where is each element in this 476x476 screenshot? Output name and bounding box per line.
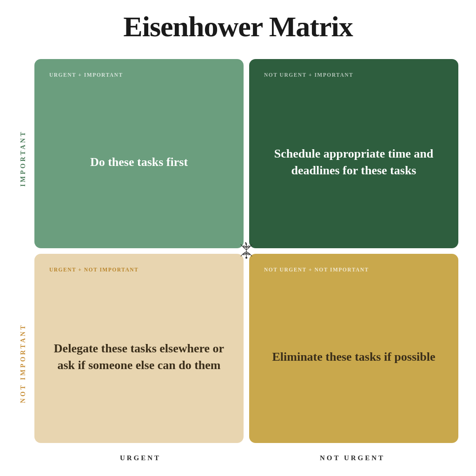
- matrix-grid: URGENT + IMPORTANT Do these tasks first …: [32, 56, 461, 446]
- quadrant-urgent-not-important: URGENT + NOT IMPORTANT Delegate these ta…: [34, 254, 244, 443]
- x-label-not-urgent: NOT URGENT: [246, 450, 458, 466]
- x-label-urgent: URGENT: [34, 450, 246, 466]
- not-important-label-area: NOT IMPORTANT: [15, 261, 32, 466]
- q1-text: Do these tasks first: [49, 89, 229, 235]
- q3-text: Delegate these tasks elsewhere or ask if…: [49, 284, 229, 430]
- q4-text: Eliminate these tasks if possible: [264, 284, 443, 430]
- q4-label: NOT URGENT + NOT IMPORTANT: [264, 267, 443, 272]
- q3-label: URGENT + NOT IMPORTANT: [49, 267, 229, 272]
- quadrant-not-urgent-not-important: NOT URGENT + NOT IMPORTANT Eliminate the…: [249, 254, 458, 443]
- q1-label: URGENT + IMPORTANT: [49, 72, 229, 78]
- page-title: Eisenhower Matrix: [123, 10, 352, 43]
- x-axis-labels: URGENT NOT URGENT: [32, 446, 461, 466]
- y-axis-labels: IMPORTANT NOT IMPORTANT: [15, 56, 32, 466]
- main-container: Eisenhower Matrix IMPORTANT NOT IMPORTAN…: [15, 10, 461, 466]
- svg-point-1: [246, 257, 247, 258]
- center-icon: [236, 240, 257, 263]
- matrix-right: URGENT + IMPORTANT Do these tasks first …: [32, 56, 461, 466]
- y-label-not-important: NOT IMPORTANT: [20, 324, 27, 403]
- q2-label: NOT URGENT + IMPORTANT: [264, 72, 443, 78]
- important-label-area: IMPORTANT: [15, 56, 32, 261]
- quadrant-not-urgent-important: NOT URGENT + IMPORTANT Schedule appropri…: [249, 59, 458, 248]
- q2-text: Schedule appropriate time and deadlines …: [264, 89, 443, 235]
- quadrant-urgent-important: URGENT + IMPORTANT Do these tasks first: [34, 59, 244, 248]
- y-label-important: IMPORTANT: [20, 130, 27, 187]
